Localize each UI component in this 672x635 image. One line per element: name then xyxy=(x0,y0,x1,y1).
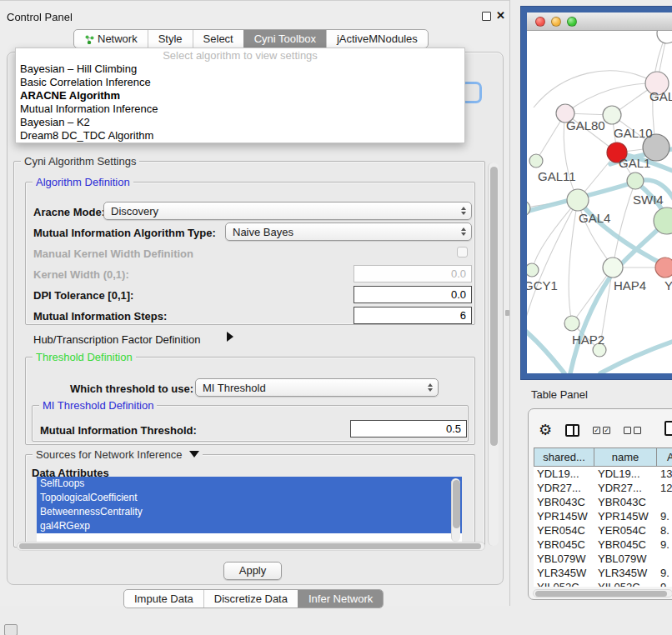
column-header-name[interactable]: name xyxy=(594,448,657,467)
data-attributes-list: SelfLoops TopologicalCoefficient Between… xyxy=(37,477,462,543)
panel-divider-handle[interactable] xyxy=(505,310,509,316)
columns-icon[interactable] xyxy=(565,424,579,437)
tab-network-label: Network xyxy=(98,32,138,45)
gear-icon[interactable]: ⚙ xyxy=(539,422,552,438)
algorithm-option[interactable]: Basic Correlation Inference xyxy=(16,76,464,89)
settings-vertical-scrollbar[interactable] xyxy=(488,162,499,546)
node-unlabeled[interactable] xyxy=(657,31,672,43)
aracne-mode-label: Aracne Mode: xyxy=(33,206,105,218)
node-hap4[interactable] xyxy=(603,258,623,278)
mi-threshold-label: Mutual Information Threshold: xyxy=(40,424,197,437)
node-gcy1[interactable] xyxy=(527,263,539,277)
table-row[interactable]: YER054CYER054C8. xyxy=(534,523,672,538)
algorithm-dropdown-popup: Select algorithm to view settings Bayesi… xyxy=(15,48,465,143)
algorithm-placeholder: Select algorithm to view settings xyxy=(16,48,464,62)
mi-threshold-field[interactable]: 0.5 xyxy=(350,420,467,438)
node-salmon[interactable] xyxy=(655,258,672,278)
node-hap2[interactable] xyxy=(564,316,579,331)
tab-jactivemnodules[interactable]: jActiveMNodules xyxy=(326,30,428,48)
node-gal11[interactable] xyxy=(529,154,543,168)
hub-definition-label: Hub/Transcription Factor Definition xyxy=(33,333,200,346)
combo-stepper-icon xyxy=(428,383,434,392)
sources-collapse-arrow-icon[interactable] xyxy=(189,451,199,458)
algorithm-option[interactable]: Bayesian – Hill Climbing xyxy=(16,62,464,76)
node-edge-left[interactable] xyxy=(527,201,530,216)
float-window-icon[interactable] xyxy=(482,12,491,21)
zoom-traffic-light-icon[interactable] xyxy=(567,17,577,27)
mi-steps-label: Mutual Information Steps: xyxy=(33,310,167,322)
tab-infer-network[interactable]: Infer Network xyxy=(298,590,383,608)
table-row[interactable]: YLR345WYLR345W9. xyxy=(534,566,672,580)
tab-cyni-toolbox[interactable]: Cyni Toolbox xyxy=(243,30,326,48)
which-threshold-combo[interactable]: MI Threshold xyxy=(195,378,439,397)
node-label: SWI4 xyxy=(633,192,664,207)
node-gal10[interactable] xyxy=(603,106,621,124)
tab-select[interactable]: Select xyxy=(193,30,243,48)
node-label: GAL4 xyxy=(579,211,610,225)
node-label: GCY1 xyxy=(527,278,558,292)
export-table-icon[interactable] xyxy=(664,421,672,436)
table-row[interactable]: YPR145WYPR145W9. xyxy=(534,509,672,523)
table-row[interactable]: YBR043CYBR043C xyxy=(534,495,672,509)
table-row[interactable]: YIL052CYIL052C9 xyxy=(534,580,672,587)
table-panel-window: ⚙ ✓ ✓ shared... name A YDL19...YDL19...1… xyxy=(528,408,672,600)
algorithm-option-selected[interactable]: ARACNE Algorithm xyxy=(16,89,464,102)
cyni-settings-legend: Cyni Algorithm Settings xyxy=(21,155,139,168)
attribute-item[interactable]: gal4RGexp xyxy=(37,519,462,533)
threshold-definition-legend: Threshold Definition xyxy=(33,351,136,363)
attribute-item[interactable]: SelfLoops xyxy=(37,477,462,491)
close-traffic-light-icon[interactable] xyxy=(535,17,545,27)
kernel-width-field[interactable]: 0.0 xyxy=(354,265,472,282)
mi-type-combo[interactable]: Naive Bayes xyxy=(225,222,472,241)
network-window-titlebar[interactable] xyxy=(527,12,672,31)
node-label: GAL11 xyxy=(538,169,576,183)
close-icon[interactable]: ✕ xyxy=(496,9,505,22)
control-panel-tabs: Network Style Select Cyni Toolbox jActiv… xyxy=(73,29,429,48)
kernel-width-label: Kernel Width (0,1): xyxy=(33,268,129,281)
tab-style[interactable]: Style xyxy=(148,30,193,48)
node-label: Y xyxy=(664,278,672,292)
attribute-item[interactable]: TopologicalCoefficient xyxy=(37,491,462,505)
algorithm-option[interactable]: Dream8 DC_TDC Algorithm xyxy=(16,129,464,142)
algorithm-option[interactable]: Bayesian – K2 xyxy=(16,116,464,129)
mi-threshold-legend: MI Threshold Definition xyxy=(39,399,157,412)
dpi-tolerance-field[interactable]: 0.0 xyxy=(354,286,472,303)
attribute-item[interactable]: BetweennessCentrality xyxy=(37,505,462,519)
table-row[interactable]: YBR045CYBR045C9. xyxy=(534,538,672,552)
network-tab-icon xyxy=(84,34,94,44)
attributes-scrollbar[interactable] xyxy=(451,478,460,542)
hub-expand-arrow-icon[interactable] xyxy=(227,332,233,342)
mi-steps-field[interactable]: 6 xyxy=(354,307,472,324)
deselect-all-checks-icon[interactable] xyxy=(624,427,641,434)
which-threshold-label: Which threshold to use: xyxy=(70,382,193,395)
table-horizontal-scrollbar[interactable] xyxy=(533,589,672,598)
column-header-shared-name[interactable]: shared... xyxy=(534,448,594,467)
algorithm-option[interactable]: Mutual Information Inference xyxy=(16,102,464,116)
table-row[interactable]: YDL19...YDL19...13 xyxy=(534,467,672,481)
tab-network[interactable]: Network xyxy=(74,30,148,48)
node-label: HAP2 xyxy=(572,332,604,347)
node-label: GAL1 xyxy=(619,156,650,170)
network-canvas[interactable]: GAL GAL80 GAL10 GAL1 SWI4 GAL11 GAL4 GCY… xyxy=(527,31,672,373)
algorithm-definition-legend: Algorithm Definition xyxy=(33,176,133,188)
node-label: GAL80 xyxy=(566,118,605,132)
node-label: GAL xyxy=(649,89,672,103)
node-label: HAP4 xyxy=(614,278,646,292)
table-row[interactable]: YDR27...YDR27...12 xyxy=(534,481,672,495)
aracne-mode-combo[interactable]: Discovery xyxy=(103,202,472,220)
node-gal4[interactable] xyxy=(567,189,589,211)
tab-impute-data[interactable]: Impute Data xyxy=(124,590,203,608)
settings-horizontal-scrollbar[interactable] xyxy=(17,542,485,551)
dpi-tolerance-label: DPI Tolerance [0,1]: xyxy=(33,289,133,302)
table-rows: YDL19...YDL19...13 YDR27...YDR27...12 YB… xyxy=(534,467,672,587)
select-all-checks-icon[interactable]: ✓ ✓ xyxy=(593,427,610,434)
table-row[interactable]: YBL079WYBL079W xyxy=(534,552,672,566)
apply-button[interactable]: Apply xyxy=(223,562,282,580)
tab-discretize-data[interactable]: Discretize Data xyxy=(203,590,298,608)
manual-kernel-checkbox[interactable] xyxy=(457,247,468,258)
node-swi4[interactable] xyxy=(627,172,644,189)
bottom-left-mini-button[interactable] xyxy=(4,624,18,635)
minimize-traffic-light-icon[interactable] xyxy=(551,17,561,27)
column-header-partial[interactable]: A xyxy=(657,448,672,467)
control-panel-title: Control Panel xyxy=(7,11,73,23)
